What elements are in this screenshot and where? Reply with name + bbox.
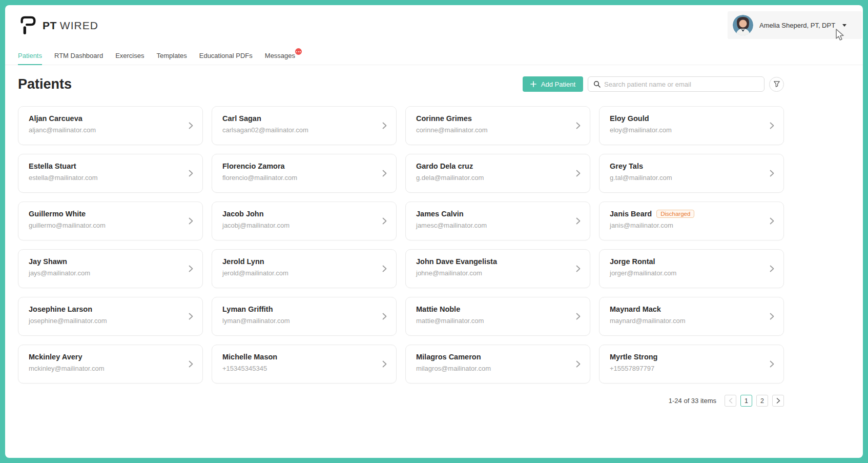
caret-down-icon [842, 24, 846, 27]
chevron-right-icon [770, 360, 774, 368]
search-input[interactable] [604, 80, 759, 88]
chevron-right-icon [189, 217, 193, 225]
pagination-page-1[interactable]: 1 [740, 395, 752, 407]
chevron-right-icon [576, 313, 581, 320]
patient-contact: jays@mailinator.com [29, 269, 192, 277]
chevron-right-icon [382, 217, 387, 225]
patient-card-estella-stuart[interactable]: Estella Stuart estella@mailinator.com [18, 154, 203, 193]
status-badge: Discharged [656, 210, 694, 218]
patient-contact: guillermo@mailinator.com [29, 222, 192, 229]
header: PT WIRED Amelia Sheperd, PT, DPT [5, 5, 863, 46]
tab-exercises[interactable]: Exercises [115, 52, 144, 65]
tab-label: Templates [156, 52, 187, 59]
patient-card-jorge-rontal[interactable]: Jorge Rontal jorger@mailinator.com [599, 249, 784, 288]
user-menu[interactable]: Amelia Sheperd, PT, DPT [728, 11, 862, 39]
patient-card-mckinley-avery[interactable]: Mckinley Avery mckinley@mailinator.com [18, 345, 203, 384]
patient-name: Michelle Mason [222, 353, 277, 361]
patient-contact: jerold@mailinator.com [222, 269, 386, 277]
patient-contact: mattie@mailinator.com [416, 317, 580, 325]
patient-name: Aljan Carcueva [29, 114, 82, 123]
patient-name: Maynard Mack [610, 305, 661, 313]
tab-label: Exercises [115, 52, 144, 59]
search-box [588, 76, 764, 92]
patient-contact: eloy@mailinator.com [610, 126, 773, 134]
tab-educational-pdfs[interactable]: Educational PDFs [199, 52, 253, 65]
chevron-right-icon [189, 360, 193, 368]
patient-name: James Calvin [416, 210, 464, 218]
logo-text-bold: PT [43, 19, 57, 32]
patient-name: Florencio Zamora [222, 162, 285, 170]
patient-card-eloy-gould[interactable]: Eloy Gould eloy@mailinator.com [599, 106, 784, 145]
patient-card-corinne-grimes[interactable]: Corinne Grimes corinne@mailinator.com [405, 106, 590, 145]
chevron-right-icon [770, 313, 774, 320]
add-patient-button[interactable]: Add Patient [523, 76, 583, 92]
tab-templates[interactable]: Templates [156, 52, 187, 65]
patient-name: Jerold Lynn [222, 257, 264, 266]
patient-contact: lyman@mailinator.com [222, 317, 386, 325]
pt-wired-logo: PT WIRED [18, 15, 98, 36]
app-window: PT WIRED Amelia Sheperd, PT, DPT Patient… [5, 5, 863, 458]
patient-card-milagros-cameron[interactable]: Milagros Cameron milagros@mailinator.com [405, 345, 590, 384]
pagination-pages: 12 [740, 395, 768, 407]
chevron-right-icon [189, 265, 193, 272]
logo-text: PT WIRED [43, 19, 98, 32]
patient-card-carl-sagan[interactable]: Carl Sagan carlsagan02@mailinator.com [212, 106, 397, 145]
patient-name: Janis Beard [610, 210, 652, 218]
patient-card-lyman-griffith[interactable]: Lyman Griffith lyman@mailinator.com [212, 297, 397, 336]
patient-card-guillermo-white[interactable]: Guillermo White guillermo@mailinator.com [18, 202, 203, 240]
funnel-icon [773, 80, 781, 88]
patient-name: Josephine Larson [29, 305, 92, 313]
nav-tabs: Patients RTM Dashboard Exercises Templat… [5, 46, 863, 65]
patient-name: Mattie Noble [416, 305, 460, 313]
patient-name: Carl Sagan [222, 114, 261, 123]
chevron-right-icon [382, 265, 387, 272]
pagination-page-2[interactable]: 2 [756, 395, 768, 407]
tab-rtm-dashboard[interactable]: RTM Dashboard [54, 52, 103, 65]
patient-contact: jorger@mailinator.com [610, 269, 773, 277]
patient-card-maynard-mack[interactable]: Maynard Mack maynard@mailinator.com [599, 297, 784, 336]
patient-contact: mckinley@mailinator.com [29, 365, 192, 372]
search-icon [593, 80, 601, 88]
tab-label: Patients [18, 52, 42, 59]
patient-contact: milagros@mailinator.com [416, 365, 580, 372]
patient-card-grey-tals[interactable]: Grey Tals g.tal@mailinator.com [599, 154, 784, 193]
patient-name: Jorge Rontal [610, 257, 655, 266]
patient-name: Corinne Grimes [416, 114, 472, 123]
chevron-right-icon [189, 122, 193, 129]
pt-wired-logo-icon [18, 15, 37, 36]
tab-label: Educational PDFs [199, 52, 253, 59]
patient-contact: maynard@mailinator.com [610, 317, 773, 325]
patient-card-mattie-noble[interactable]: Mattie Noble mattie@mailinator.com [405, 297, 590, 336]
filter-button[interactable] [769, 77, 784, 92]
patient-contact: g.tal@mailinator.com [610, 174, 773, 182]
patient-card-aljan-carcueva[interactable]: Aljan Carcueva aljanc@mailinator.com [18, 106, 203, 145]
patient-name: Mckinley Avery [29, 353, 82, 361]
patient-contact: florencio@mailinator.com [222, 174, 386, 182]
patient-contact: g.dela@mailinator.com [416, 174, 580, 182]
pagination-prev-button[interactable] [725, 395, 736, 407]
chevron-right-icon [576, 265, 581, 272]
page-title: Patients [18, 76, 72, 92]
tab-patients[interactable]: Patients [18, 52, 42, 65]
patient-card-jay-shawn[interactable]: Jay Shawn jays@mailinator.com [18, 249, 203, 288]
tab-messages[interactable]: Messages [265, 52, 295, 65]
patient-card-gardo-dela-cruz[interactable]: Gardo Dela cruz g.dela@mailinator.com [405, 154, 590, 193]
patient-card-jerold-lynn[interactable]: Jerold Lynn jerold@mailinator.com [212, 249, 397, 288]
plus-icon [530, 81, 536, 87]
patient-card-janis-beard[interactable]: Janis Beard Discharged janis@mailinator.… [599, 202, 784, 240]
patient-name: Grey Tals [610, 162, 643, 170]
patient-card-john-dave-evangelista[interactable]: John Dave Evangelista johne@mailinator.c… [405, 249, 590, 288]
patient-card-james-calvin[interactable]: James Calvin jamesc@mailinator.com [405, 202, 590, 240]
patient-contact: johne@mailinator.com [416, 269, 580, 277]
patient-name: Lyman Griffith [222, 305, 273, 313]
patient-card-josephine-larson[interactable]: Josephine Larson josephine@mailinator.co… [18, 297, 203, 336]
chat-dots-badge-icon [295, 48, 302, 55]
patient-card-myrtle-strong[interactable]: Myrtle Strong +15557897797 [599, 345, 784, 384]
tab-label: RTM Dashboard [54, 52, 103, 59]
patient-grid: Aljan Carcueva aljanc@mailinator.com Car… [18, 106, 784, 384]
patient-card-florencio-zamora[interactable]: Florencio Zamora florencio@mailinator.co… [212, 154, 397, 193]
pagination-next-button[interactable] [772, 395, 784, 407]
patient-card-michelle-mason[interactable]: Michelle Mason +15345345345 [212, 345, 397, 384]
patient-card-jacob-john[interactable]: Jacob John jacobj@mailinator.com [212, 202, 397, 240]
patient-name: Jay Shawn [29, 257, 67, 266]
